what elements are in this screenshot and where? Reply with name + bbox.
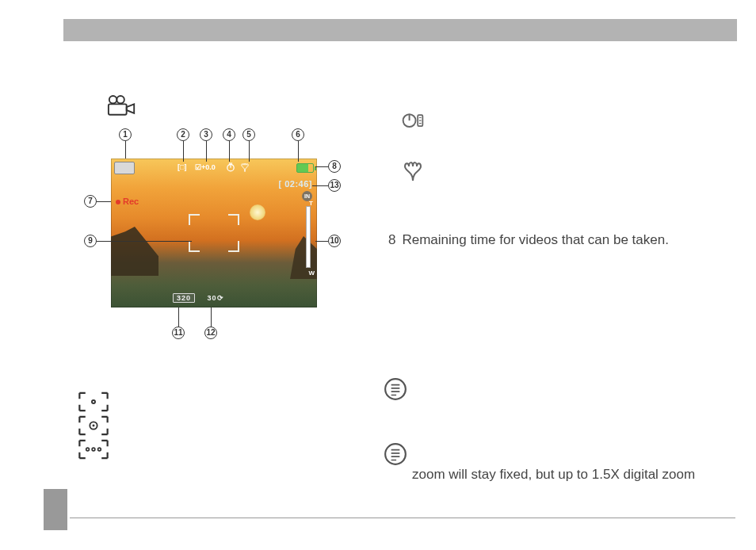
video-size-value: 320: [173, 293, 195, 303]
leader: [312, 185, 328, 186]
leader: [183, 141, 184, 162]
callout-3: 3: [200, 128, 212, 141]
callout-11: 11: [172, 327, 185, 339]
callout-2: 2: [177, 128, 189, 141]
svg-point-13: [385, 444, 406, 464]
leader: [97, 201, 111, 202]
zoom-bar: [306, 206, 311, 268]
rec-indicator: Rec: [116, 197, 139, 206]
macro-small-icon: [239, 162, 250, 176]
legend-item-text: Remaining time for videos that can be ta…: [402, 232, 668, 247]
camera-lcd-preview: [□] ☑+0.0 [ 02:46] IN Rec T W 320 30⟳: [111, 159, 317, 307]
bottom-settings: 320 30⟳: [173, 293, 224, 303]
exposure-value: ☑+0.0: [195, 163, 216, 171]
leader: [229, 141, 230, 162]
callout-7: 7: [84, 195, 97, 208]
af-multi-icon: [78, 439, 109, 460]
svg-point-10: [92, 448, 95, 451]
svg-rect-2: [109, 104, 127, 114]
callout-12: 12: [204, 327, 217, 339]
note-zoom-text: zoom will stay fixed, but up to 1.5X dig…: [412, 466, 713, 484]
callout-5: 5: [242, 128, 255, 141]
leader: [298, 141, 299, 162]
af-mode-icons: [78, 391, 109, 463]
svg-point-1: [116, 96, 124, 104]
svg-point-0: [109, 96, 117, 104]
callout-6: 6: [292, 128, 304, 141]
note-icon: [384, 377, 407, 398]
callout-9: 9: [84, 235, 97, 247]
leader: [97, 241, 192, 242]
header-bar: [63, 19, 737, 41]
callout-10: 10: [328, 235, 341, 247]
legend-item-8: 8Remaining time for videos that can be t…: [388, 232, 669, 248]
leader: [315, 241, 328, 242]
metering-icon: [□]: [178, 163, 186, 171]
movie-camera-icon: [107, 95, 137, 117]
footer-rule: [70, 518, 735, 518]
svg-point-6: [92, 400, 95, 403]
af-center-icon: [78, 415, 109, 436]
callout-13: 13: [328, 179, 341, 192]
zoom-wide-label: W: [308, 269, 315, 277]
legend-item-number: 8: [388, 232, 395, 247]
leader: [206, 141, 207, 162]
time-remaining-value: [ 02:46]: [278, 179, 312, 189]
svg-point-11: [98, 448, 101, 451]
callout-8: 8: [328, 160, 341, 173]
leader: [125, 141, 126, 159]
svg-point-8: [93, 425, 95, 427]
leader: [178, 307, 179, 327]
mode-indicator-icon: [114, 162, 135, 174]
leader: [249, 141, 250, 162]
svg-point-9: [86, 448, 90, 451]
callout-1: 1: [119, 128, 132, 141]
fps-value: 30⟳: [208, 294, 224, 302]
self-timer-icon: [401, 109, 425, 130]
macro-flower-icon: [401, 159, 425, 179]
note-icon: [384, 442, 407, 463]
selftimer-small-icon: [225, 162, 236, 176]
page-corner-tab: [44, 489, 67, 530]
leader: [211, 307, 212, 327]
scene-sun: [250, 204, 265, 220]
scene-rocks-left: [111, 227, 158, 276]
battery-icon: [296, 163, 314, 173]
focus-frame: [189, 214, 239, 252]
svg-point-12: [385, 379, 406, 399]
af-spot-icon: [78, 391, 109, 412]
callout-4: 4: [223, 128, 235, 141]
leader: [315, 166, 328, 167]
